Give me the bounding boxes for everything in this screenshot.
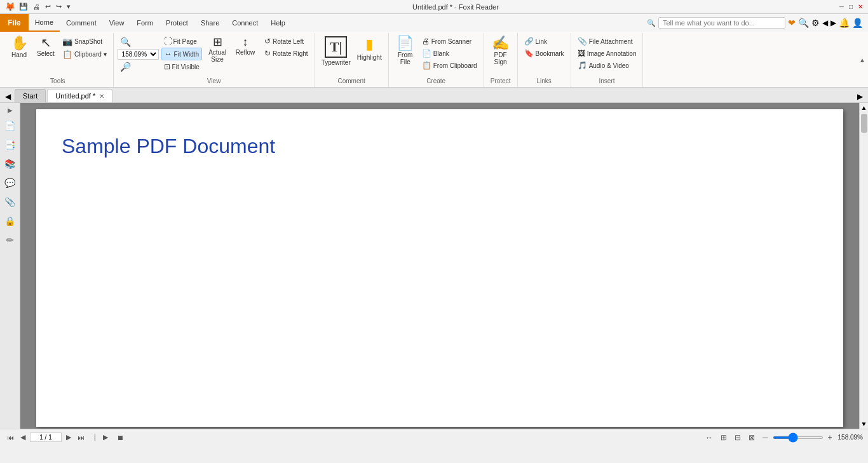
zoom-slider[interactable] [773, 436, 824, 439]
quick-save[interactable]: 💾 [18, 2, 29, 11]
fit-visible-button[interactable]: ⊡ Fit Visible [161, 61, 202, 72]
close-button[interactable]: ✕ [858, 3, 863, 10]
audio-stop-button[interactable]: ⏹ [115, 433, 126, 442]
zoom-out-status-btn[interactable]: ─ [761, 433, 770, 443]
select-button[interactable]: ↖ Select [33, 34, 58, 59]
menu-view[interactable]: View [103, 14, 131, 32]
clipboard-button[interactable]: 📋 Clipboard ▾ [60, 48, 109, 60]
image-annotation-icon: 🖼 [578, 49, 585, 58]
quick-print[interactable]: 🖨 [32, 3, 41, 11]
image-annotation-button[interactable]: 🖼 Image Annotation [575, 48, 639, 59]
notification-icon[interactable]: 🔔 [839, 18, 850, 28]
tabs-scroll-left[interactable]: ◀ [3, 91, 13, 102]
typewriter-button[interactable]: T| Typewriter [319, 34, 353, 68]
quick-more[interactable]: ▾ [65, 2, 72, 11]
zoom-in-icon: 🔎 [120, 62, 131, 72]
sidebar-layers[interactable]: 📚 [2, 156, 18, 172]
menu-share[interactable]: Share [194, 14, 226, 32]
zoom-select[interactable]: 158.09% 100% 75% 50% [118, 49, 159, 60]
zoom-in-status-btn[interactable]: + [826, 433, 834, 443]
next-page-button[interactable]: ▶ [64, 433, 73, 442]
from-file-label: FromFile [398, 51, 412, 65]
scroll-up-arrow[interactable]: ▲ [860, 103, 868, 112]
sidebar-comments[interactable]: 💬 [2, 175, 18, 191]
search-web-icon[interactable]: 🔍 [798, 18, 809, 28]
comment-group-label: Comment [319, 76, 384, 86]
sidebar-signatures[interactable]: ✏ [2, 232, 18, 248]
snapshot-button[interactable]: 📷 SnapShot [60, 36, 109, 48]
from-file-button[interactable]: 📄 FromFile [393, 34, 418, 67]
view-fit-width-btn[interactable]: ↔ [703, 433, 715, 443]
fit-width-button[interactable]: ↔ Fit Width [161, 48, 202, 60]
pdf-sign-button[interactable]: ✍ PDFSign [488, 34, 513, 67]
menu-form[interactable]: Form [130, 14, 159, 32]
quick-undo[interactable]: ↩ [44, 2, 52, 11]
minimize-button[interactable]: ─ [839, 3, 844, 10]
create-group-label: Create [393, 76, 480, 86]
sidebar-security[interactable]: 🔒 [2, 213, 18, 229]
scroll-down-arrow[interactable]: ▼ [860, 419, 868, 429]
nav-forward-icon[interactable]: ▶ [831, 18, 836, 27]
hand-label: Hand [11, 51, 27, 58]
audio-play-button[interactable]: ▶ [101, 433, 110, 442]
view-two-page-btn[interactable]: ⊠ [747, 433, 757, 443]
actual-size-button[interactable]: ⊞ ActualSize [205, 34, 230, 65]
view-group-label: View [118, 76, 311, 86]
audio-video-button[interactable]: 🎵 Audio & Video [575, 60, 639, 71]
ribbon-collapse-icon[interactable]: ▲ [859, 57, 865, 64]
tab-untitled[interactable]: Untitled.pdf * ✕ [47, 89, 112, 102]
search-icon: 🔍 [647, 19, 656, 27]
maximize-button[interactable]: □ [849, 3, 853, 10]
menu-protect[interactable]: Protect [159, 14, 194, 32]
page-input[interactable] [30, 433, 62, 442]
rotate-left-button[interactable]: ↺ Rotate Left [262, 36, 311, 47]
last-page-button[interactable]: ⏭ [76, 433, 86, 442]
select-label: Select [37, 50, 55, 57]
prev-page-button[interactable]: ◀ [18, 433, 27, 442]
quick-redo[interactable]: ↪ [55, 2, 63, 11]
bookmark-button[interactable]: 🔖 Bookmark [522, 48, 567, 59]
menu-connect[interactable]: Connect [226, 14, 264, 32]
hand-button[interactable]: ✋ Hand [6, 34, 32, 60]
nav-back-icon[interactable]: ◀ [822, 18, 828, 27]
file-attachment-button[interactable]: 📎 File Attachment [575, 36, 639, 47]
search-input[interactable] [658, 17, 785, 29]
tab-start[interactable]: Start [15, 89, 46, 102]
snapshot-icon: 📷 [62, 37, 72, 46]
rotate-right-button[interactable]: ↻ Rotate Right [262, 48, 311, 59]
menu-home[interactable]: Home [29, 14, 60, 32]
blank-icon: 📄 [422, 49, 431, 58]
first-page-button[interactable]: ⏮ [5, 433, 16, 442]
sidebar-bookmarks[interactable]: 📑 [2, 137, 18, 153]
tab-close-icon[interactable]: ✕ [99, 93, 104, 100]
menu-comment[interactable]: Comment [60, 14, 103, 32]
sidebar-page-thumb[interactable]: 📄 [2, 117, 18, 134]
sidebar-attachments[interactable]: 📎 [2, 194, 18, 210]
zoom-out-button[interactable]: 🔍 [118, 36, 159, 48]
blank-button[interactable]: 📄 Blank [419, 48, 480, 59]
link-button[interactable]: 🔗 Link [522, 36, 567, 47]
zoom-out-icon: 🔍 [120, 37, 131, 47]
tabs-scroll-right[interactable]: ▶ [855, 91, 865, 102]
clipboard-label: Clipboard ▾ [74, 51, 107, 58]
menu-file[interactable]: File [0, 14, 29, 32]
from-scanner-button[interactable]: 🖨 From Scanner [419, 36, 480, 47]
favorites-icon[interactable]: ❤ [788, 18, 796, 28]
document-area[interactable]: Sample PDF Document [20, 103, 859, 429]
tools-group-label: Tools [6, 76, 109, 86]
from-clipboard-button[interactable]: 📋 From Clipboard [419, 60, 480, 71]
ribbon-group-view: 🔍 158.09% 100% 75% 50% 🔎 ⛶ Fit Page [114, 33, 315, 87]
sidebar-expand-icon[interactable]: ▶ [6, 105, 14, 115]
highlight-button[interactable]: ▮ Highlight [355, 34, 384, 63]
menu-help[interactable]: Help [264, 14, 292, 32]
scroll-thumb[interactable] [861, 114, 867, 133]
settings-icon[interactable]: ⚙ [811, 18, 820, 28]
vertical-scrollbar[interactable]: ▲ ▼ [859, 103, 868, 429]
account-icon[interactable]: 👤 [852, 18, 863, 28]
fit-width-label: Fit Width [174, 51, 199, 58]
reflow-button[interactable]: ↕ Reflow [233, 34, 258, 58]
zoom-in-button[interactable]: 🔎 [118, 60, 159, 73]
view-continuous-btn[interactable]: ⊟ [733, 433, 743, 443]
view-fit-page-btn[interactable]: ⊞ [719, 433, 729, 443]
fit-page-button[interactable]: ⛶ Fit Page [161, 36, 202, 47]
